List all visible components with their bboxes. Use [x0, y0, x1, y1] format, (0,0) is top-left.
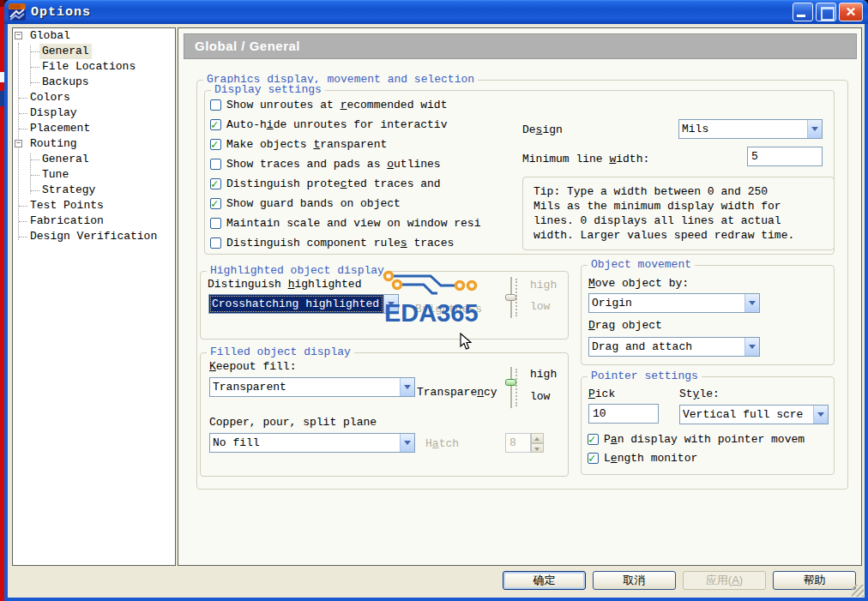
group-object-movement: Object movement Move object by: Origin D…: [581, 265, 835, 365]
checkbox-distinguish-protected[interactable]: Distinguish protected traces and: [210, 177, 441, 190]
spinner-up-icon[interactable]: [531, 433, 544, 443]
keepout-fill-dropdown[interactable]: Transparent: [209, 377, 415, 397]
checkbox-traces-pads-outlines[interactable]: Show traces and pads as outlines: [210, 157, 441, 171]
pointer-style-label: Style:: [679, 388, 720, 400]
titlebar[interactable]: Options ✕: [4, 0, 868, 24]
slider-high-label: high: [530, 368, 557, 381]
group-highlighted-object-display: Highlighted object display Distinguish h…: [200, 271, 569, 340]
help-button[interactable]: 帮助: [773, 571, 856, 590]
chevron-down-icon[interactable]: [807, 120, 822, 138]
slider-low-label: low: [530, 300, 550, 313]
tree-item-backups[interactable]: Backups: [13, 75, 175, 90]
dialog-client-area: − Global General File Locations Backups …: [8, 24, 865, 598]
checkbox-box[interactable]: [210, 178, 221, 189]
resize-grip[interactable]: [852, 585, 864, 597]
chevron-down-icon[interactable]: [400, 434, 414, 452]
checkbox-box[interactable]: [210, 119, 221, 130]
move-object-by-label: Move object by:: [588, 277, 689, 290]
cancel-button[interactable]: 取消: [593, 571, 676, 590]
hatch-grid-spinner[interactable]: [531, 433, 544, 453]
copper-pour-label: Copper, pour, split plane: [209, 416, 377, 429]
tree-item-design-verification[interactable]: Design Verification: [13, 229, 175, 244]
close-button[interactable]: ✕: [839, 3, 863, 21]
checkbox-box[interactable]: [210, 198, 221, 209]
window-title: Options: [31, 5, 91, 20]
drag-object-dropdown[interactable]: Drag and attach: [588, 337, 760, 357]
transparency-slider[interactable]: [503, 367, 525, 408]
pointer-style-dropdown[interactable]: Vertical full scre: [679, 405, 829, 424]
options-dialog: Options ✕ − Global General File Location…: [4, 0, 868, 601]
min-line-width-label: Minimum line width:: [522, 153, 649, 165]
tree-item-fabrication[interactable]: Fabrication: [13, 213, 175, 229]
checkbox-box[interactable]: [210, 139, 221, 150]
checkbox-pan-display[interactable]: Pan display with pointer movem: [588, 432, 805, 446]
min-line-width-input[interactable]: 5: [747, 147, 823, 166]
checkbox-box[interactable]: [210, 99, 221, 111]
highlighted-style-dropdown[interactable]: Crosshatching highlighted 2: [208, 294, 399, 314]
minimize-button[interactable]: [793, 3, 813, 21]
slider-thumb[interactable]: [505, 379, 516, 386]
group-filled-object-display: Filled object display Keepout fill: Tran…: [200, 352, 569, 477]
pick-radius-input[interactable]: 10: [588, 404, 659, 424]
chevron-down-icon[interactable]: [383, 295, 398, 313]
tree-item-global[interactable]: − Global: [13, 28, 175, 44]
checkbox-show-unroutes[interactable]: Show unroutes at recommended widt: [210, 98, 447, 111]
tree-item-routing-general[interactable]: General: [13, 152, 175, 167]
chevron-down-icon[interactable]: [744, 294, 759, 312]
tree-item-tune[interactable]: Tune: [13, 167, 175, 183]
collapse-minus-icon[interactable]: −: [15, 140, 22, 147]
page-title: Global / General: [184, 33, 857, 59]
tree-item-placement[interactable]: Placement: [13, 121, 175, 136]
spinner-down-icon[interactable]: [531, 443, 544, 454]
design-units-dropdown[interactable]: Mils: [678, 119, 823, 139]
checkbox-box[interactable]: [210, 237, 221, 249]
slider-thumb[interactable]: [505, 294, 516, 301]
chevron-down-icon[interactable]: [400, 378, 414, 396]
checkbox-box[interactable]: [210, 159, 221, 170]
checkbox-box[interactable]: [588, 453, 599, 464]
slider-high-label: high: [530, 279, 557, 291]
tree-item-colors[interactable]: Colors: [13, 90, 175, 105]
tree-item-routing[interactable]: − Routing: [13, 136, 175, 152]
checkbox-make-objects-transparent[interactable]: Make objects transparent: [210, 137, 387, 151]
brightness-label: Brightness: [415, 303, 482, 316]
settings-page: Global / General Graphics display, movem…: [178, 27, 862, 566]
tree-item-test-points[interactable]: Test Points: [13, 198, 175, 213]
checkbox-maintain-scale[interactable]: Maintain scale and view on window resi: [210, 216, 480, 230]
tip-text: Tip: Type a width between 0 and 250 Mils…: [533, 184, 798, 243]
tip-box: Tip: Type a width between 0 and 250 Mils…: [522, 177, 835, 250]
group-display-settings: Display settings Show unroutes at recomm…: [204, 90, 835, 255]
tree-item-file-locations[interactable]: File Locations: [13, 59, 175, 75]
apply-button[interactable]: 应用(A): [683, 571, 766, 590]
screen: { "window": { "title": "Options" }, "sid…: [0, 0, 868, 601]
checkbox-guard-bands[interactable]: Show guard bands on object: [210, 196, 401, 210]
ok-button[interactable]: 确定: [503, 571, 586, 590]
distinguish-highlighted-label: Distinguish highlighted: [208, 278, 361, 291]
checkbox-length-monitor[interactable]: Length monitor: [588, 451, 697, 465]
tree-item-strategy[interactable]: Strategy: [13, 183, 175, 198]
hatch-label: Hatch: [425, 437, 459, 450]
copper-pour-fill-dropdown[interactable]: No fill: [209, 433, 415, 453]
design-units-label: Design: [522, 123, 563, 136]
keepout-fill-label: Keepout fill:: [209, 360, 296, 373]
tree-item-global-general[interactable]: General: [13, 44, 175, 59]
move-object-by-dropdown[interactable]: Origin: [588, 293, 760, 313]
transparency-label: Transparency: [417, 386, 497, 399]
checkbox-component-rules-traces[interactable]: Distinguish component rules traces: [210, 236, 454, 249]
chevron-down-icon[interactable]: [744, 338, 759, 356]
group-pointer-settings: Pointer settings Pick 10 Style: Vertical…: [581, 376, 835, 475]
hatch-grid-input[interactable]: 8: [505, 433, 531, 453]
pads-app-icon: [9, 3, 26, 21]
drag-object-label: Drag object: [588, 319, 662, 332]
chevron-down-icon[interactable]: [813, 406, 828, 424]
brightness-slider[interactable]: [503, 277, 525, 318]
options-tree: − Global General File Locations Backups …: [12, 27, 176, 566]
checkbox-auto-hide-unroutes[interactable]: Auto-hide unroutes for interactiv: [210, 117, 447, 131]
maximize-button[interactable]: [816, 3, 836, 21]
collapse-minus-icon[interactable]: −: [15, 32, 22, 39]
tree-item-display[interactable]: Display: [13, 105, 175, 121]
checkbox-box[interactable]: [588, 434, 599, 445]
pick-label: Pick: [588, 388, 615, 400]
slider-low-label: low: [530, 390, 550, 403]
checkbox-box[interactable]: [210, 218, 221, 229]
